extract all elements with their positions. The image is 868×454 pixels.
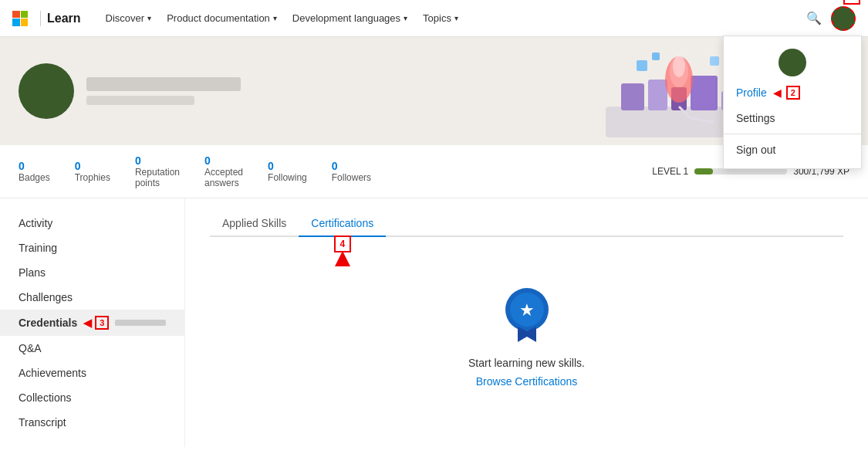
- sidebar-item-qa[interactable]: Q&A: [0, 336, 184, 361]
- stat-trophies-label: Trophies: [75, 172, 110, 183]
- chevron-down-icon: ▾: [273, 14, 277, 22]
- chevron-down-icon: ▾: [147, 14, 151, 22]
- logo-red: [12, 11, 20, 19]
- annotation-4-arrow: [335, 251, 350, 266]
- stat-reputation: 0 Reputation points: [135, 154, 180, 188]
- sidebar-item-collections[interactable]: Collections: [0, 385, 184, 410]
- svg-rect-2: [648, 80, 667, 110]
- sidebar: Activity Training Plans Challenges Crede…: [0, 198, 185, 447]
- level-bar: [694, 168, 787, 174]
- nav-link-dev-langs[interactable]: Development languages ▾: [286, 9, 414, 27]
- nav-link-discover[interactable]: Discover ▾: [100, 9, 158, 27]
- banner-name-bar: [86, 77, 241, 91]
- content-area: Applied Skills Certifications 4 ★: [185, 198, 868, 447]
- sidebar-item-activity[interactable]: Activity: [0, 211, 184, 235]
- stat-trophies: 0 Trophies: [75, 160, 110, 183]
- tab-certifications[interactable]: Certifications 4: [299, 211, 386, 237]
- stat-following: 0 Following: [268, 160, 307, 183]
- stat-reputation-label: Reputation points: [135, 167, 180, 188]
- chevron-down-icon: ▾: [404, 14, 407, 22]
- nav-divider: [40, 11, 41, 26]
- sidebar-item-challenges[interactable]: Challenges: [0, 285, 184, 310]
- annotation-4-container: 4: [334, 235, 351, 266]
- annotation-2-box: 2: [786, 86, 800, 100]
- annotation-3-box: 3: [95, 316, 109, 330]
- dropdown-settings-item[interactable]: Settings: [724, 106, 861, 130]
- main-layout: Activity Training Plans Challenges Crede…: [0, 198, 868, 447]
- logo-blue: [12, 19, 20, 26]
- tab-applied-skills[interactable]: Applied Skills: [210, 211, 299, 237]
- sidebar-item-achievements[interactable]: Achievements: [0, 361, 184, 385]
- svg-rect-6: [637, 60, 647, 71]
- chevron-down-icon: ▾: [454, 14, 458, 22]
- sidebar-item-training[interactable]: Training: [0, 235, 184, 260]
- stat-followers-label: Followers: [332, 172, 371, 183]
- user-avatar-button[interactable]: 1: [831, 6, 856, 31]
- annotation-4-box: 4: [334, 235, 351, 252]
- sidebar-item-plans[interactable]: Plans: [0, 260, 184, 285]
- browse-certifications-link[interactable]: Browse Certifications: [476, 375, 578, 388]
- dropdown-avatar: [778, 49, 806, 76]
- svg-rect-7: [652, 53, 660, 60]
- cert-badge-icon: ★: [502, 286, 552, 344]
- content-tabs: Applied Skills Certifications 4: [210, 211, 843, 237]
- stat-following-num: 0: [268, 160, 274, 172]
- nav-right: 🔍 1: [803, 6, 856, 31]
- svg-rect-1: [621, 83, 644, 110]
- annotation-2-arrow: ◀: [773, 86, 782, 99]
- stat-badges: 0 Badges: [19, 160, 50, 183]
- nav-link-product-docs[interactable]: Product documentation ▾: [160, 9, 283, 27]
- user-dropdown: Profile ◀ 2 Settings Sign out: [723, 36, 862, 169]
- svg-rect-8: [710, 56, 719, 66]
- logo-yellow: [21, 19, 29, 26]
- ms-logo: [12, 11, 28, 26]
- svg-text:★: ★: [519, 300, 535, 320]
- svg-point-13: [673, 56, 685, 77]
- top-nav: Learn Discover ▾ Product documentation ▾…: [0, 0, 868, 37]
- stat-followers-num: 0: [332, 160, 338, 172]
- dropdown-divider: [724, 134, 861, 134]
- certifications-content: ★ Start learning new skills. Browse Cert…: [210, 256, 843, 418]
- dropdown-signout-item[interactable]: Sign out: [724, 137, 861, 162]
- stat-trophies-num: 0: [75, 160, 81, 172]
- credentials-bar: [115, 320, 166, 326]
- dropdown-profile-item[interactable]: Profile ◀ 2: [724, 80, 861, 106]
- annotation-1-box: 1: [843, 0, 860, 5]
- stat-followers: 0 Followers: [332, 160, 371, 183]
- nav-brand: Learn: [47, 12, 81, 25]
- sidebar-item-credentials[interactable]: Credentials ◀ 3: [0, 310, 184, 336]
- banner-sub-bar: [86, 96, 194, 105]
- nav-links: Discover ▾ Product documentation ▾ Devel…: [100, 9, 803, 27]
- svg-rect-4: [691, 76, 718, 110]
- sidebar-item-transcript[interactable]: Transcript: [0, 410, 184, 435]
- annotation-3-arrow: ◀: [83, 317, 92, 329]
- stat-following-label: Following: [268, 172, 307, 183]
- search-icon[interactable]: 🔍: [803, 8, 825, 29]
- stat-accepted: 0 Accepted answers: [204, 154, 243, 188]
- stat-badges-num: 0: [19, 160, 25, 172]
- cert-empty-text: Start learning new skills.: [468, 357, 585, 369]
- level-label: LEVEL 1: [652, 166, 688, 177]
- nav-link-topics[interactable]: Topics ▾: [417, 9, 464, 27]
- stat-badges-label: Badges: [19, 172, 50, 183]
- stat-accepted-num: 0: [204, 154, 211, 167]
- stat-reputation-num: 0: [135, 154, 141, 167]
- level-bar-fill: [694, 168, 713, 174]
- logo-green: [21, 11, 29, 19]
- stat-accepted-label: Accepted answers: [204, 167, 243, 188]
- banner-name-area: [86, 77, 241, 105]
- banner-avatar: [19, 63, 74, 119]
